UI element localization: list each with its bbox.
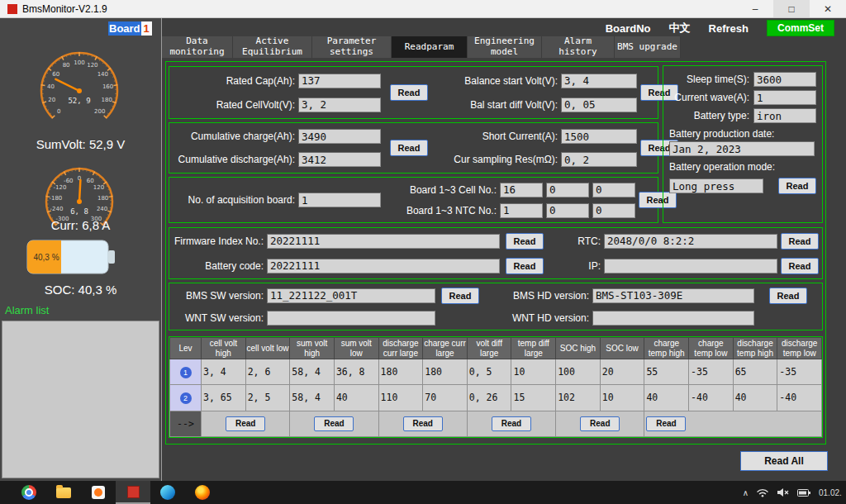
- limit-value-cell: 180: [423, 359, 468, 385]
- read-ip-button[interactable]: Read: [781, 258, 819, 274]
- read-battery-code-button[interactable]: Read: [506, 258, 544, 274]
- table-read-button[interactable]: Read: [492, 416, 531, 431]
- tab-bms-upgrade[interactable]: BMS upgrade: [615, 36, 681, 58]
- ntc-no-label: Board 1~3 NTC No.:: [394, 205, 497, 216]
- svg-text:-240: -240: [50, 206, 63, 212]
- tab-readparam[interactable]: Readparam: [392, 36, 468, 58]
- hidden-icons-chevron-icon[interactable]: ∧: [743, 488, 749, 497]
- wnt-sw-version-field[interactable]: [267, 311, 435, 326]
- refresh-button[interactable]: Refresh: [709, 22, 749, 35]
- rated-cellvolt-field[interactable]: 3, 2: [298, 97, 381, 112]
- level-cell: 2: [170, 385, 202, 411]
- main-area: BoardNo 中文 Refresh CommSet Data monitori…: [162, 18, 846, 481]
- table-read-button[interactable]: Read: [646, 416, 686, 431]
- system-tray: ∧ 01.02.: [743, 487, 844, 498]
- bms-sw-version-field[interactable]: 11_221122_001T: [267, 288, 435, 303]
- production-date-field[interactable]: Jan 2, 2023: [669, 141, 815, 156]
- titlebar[interactable]: BmsMonitor-V2.1.9 – □ ✕: [0, 0, 846, 18]
- taskbar-orange-app-icon[interactable]: [81, 481, 116, 504]
- ntc-no-field-1[interactable]: 1: [500, 203, 543, 218]
- cumulative-charge-field[interactable]: 3490: [298, 129, 381, 144]
- sleep-time-label: Sleep time(S):: [669, 74, 749, 85]
- svg-text:0: 0: [57, 108, 60, 115]
- taskbar-file-explorer-icon[interactable]: [46, 481, 81, 504]
- taskbar-clock[interactable]: 01.02.: [819, 488, 844, 497]
- read-battery-settings-button[interactable]: Read: [778, 178, 816, 194]
- board-field-number: 1: [141, 21, 152, 36]
- sidebar: Board 1 02040608010012014016018020052, 9…: [0, 18, 162, 481]
- ntc-no-field-3[interactable]: 0: [592, 203, 635, 218]
- read-firmware-button[interactable]: Read: [506, 233, 544, 250]
- battery-tray-icon[interactable]: [797, 487, 811, 498]
- taskbar-edge-icon[interactable]: [150, 481, 185, 504]
- close-button[interactable]: ✕: [810, 0, 846, 17]
- current-wave-label: Current wave(A):: [669, 92, 749, 103]
- read-all-button[interactable]: Read All: [740, 451, 828, 471]
- board-no-button[interactable]: BoardNo: [606, 22, 651, 35]
- read-bms-sw-button[interactable]: Read: [441, 288, 479, 304]
- firmware-index-field[interactable]: 20221111: [267, 234, 500, 249]
- firefox-icon: [195, 485, 210, 500]
- table-read-cell: Read: [202, 411, 290, 436]
- taskbar-chrome-icon[interactable]: [12, 481, 46, 504]
- board-number-field[interactable]: Board 1: [108, 21, 152, 36]
- operation-mode-field[interactable]: Long press: [669, 178, 763, 193]
- table-read-button[interactable]: Read: [314, 416, 354, 431]
- alarm-listbox[interactable]: [2, 321, 159, 478]
- bms-hd-version-field[interactable]: BMS-ST103-309E: [592, 288, 754, 303]
- read-rtc-button[interactable]: Read: [781, 233, 819, 250]
- limit-value-cell: 40: [644, 385, 689, 411]
- sleep-time-field[interactable]: 3600: [753, 72, 816, 87]
- cell-no-field-1[interactable]: 16: [500, 183, 543, 197]
- battery-code-field[interactable]: 20221111: [267, 259, 500, 273]
- folder-icon: [56, 487, 71, 498]
- cur-sampling-res-field[interactable]: 0, 2: [561, 152, 637, 167]
- limit-value-cell: 10: [511, 359, 556, 385]
- limit-value-cell: 36, 8: [334, 359, 378, 385]
- balance-start-field[interactable]: 3, 4: [561, 74, 637, 88]
- limit-value-cell: 70: [423, 385, 468, 411]
- wnt-hd-version-field[interactable]: [592, 311, 754, 326]
- limit-value-cell: 58, 4: [290, 385, 335, 411]
- acquisition-board-field[interactable]: 1: [298, 193, 381, 207]
- table-read-button[interactable]: Read: [580, 416, 620, 431]
- rtc-field[interactable]: 2048/0/0 8:2:2: [604, 234, 777, 249]
- tab-data-monitoring[interactable]: Data monitoring: [162, 36, 233, 58]
- limits-row: 23, 652, 558, 440110700, 26151021040-404…: [170, 385, 822, 411]
- read-rated-button[interactable]: Read: [390, 84, 428, 101]
- read-bms-hd-button[interactable]: Read: [769, 288, 807, 304]
- commset-button[interactable]: CommSet: [767, 20, 834, 36]
- table-read-button[interactable]: Read: [226, 416, 265, 431]
- bal-start-diff-field[interactable]: 0, 05: [561, 97, 637, 112]
- taskbar-bms-app-icon[interactable]: [116, 481, 150, 504]
- maximize-button[interactable]: □: [773, 0, 810, 17]
- current-wave-field[interactable]: 1: [753, 90, 816, 105]
- short-current-field[interactable]: 1500: [561, 129, 637, 144]
- read-cumulative-button[interactable]: Read: [390, 140, 428, 156]
- limits-table: Levcell volt highcell volt lowsum volt h…: [169, 337, 822, 437]
- tab-engineering-model[interactable]: Engineering model: [468, 36, 542, 58]
- table-read-button[interactable]: Read: [403, 416, 443, 431]
- battery-type-field[interactable]: iron: [753, 108, 816, 123]
- battery-settings-panel: Sleep time(S): 3600 Current wave(A): 1 B…: [663, 65, 823, 223]
- edge-icon: [160, 485, 175, 500]
- soc-caption: SOC: 40,3 %: [0, 283, 161, 297]
- ip-field[interactable]: [604, 259, 777, 273]
- bms-sw-version-label: BMS SW version:: [173, 290, 264, 302]
- cell-no-field-3[interactable]: 0: [592, 183, 635, 197]
- tab-active-equilibrium[interactable]: Active Equilibrium: [233, 36, 312, 58]
- wifi-icon[interactable]: [756, 487, 769, 497]
- tab-parameter-settings[interactable]: Parameter settings: [312, 36, 392, 58]
- volume-muted-icon[interactable]: [777, 487, 790, 498]
- rated-cap-field[interactable]: 137: [298, 74, 381, 88]
- cumulative-discharge-field[interactable]: 3412: [298, 152, 381, 167]
- cell-no-label: Board 1~3 Cell No.:: [394, 184, 497, 196]
- language-toggle-button[interactable]: 中文: [669, 21, 691, 36]
- taskbar-firefox-icon[interactable]: [185, 481, 220, 504]
- minimize-button[interactable]: –: [737, 0, 773, 17]
- cell-no-field-2[interactable]: 0: [546, 183, 589, 197]
- limit-value-cell: 40: [334, 385, 378, 411]
- bms-monitor-window: BmsMonitor-V2.1.9 – □ ✕ Board 1 02040608…: [0, 0, 846, 504]
- ntc-no-field-2[interactable]: 0: [546, 203, 589, 218]
- tab-alarm-history[interactable]: Alarm history: [542, 36, 615, 58]
